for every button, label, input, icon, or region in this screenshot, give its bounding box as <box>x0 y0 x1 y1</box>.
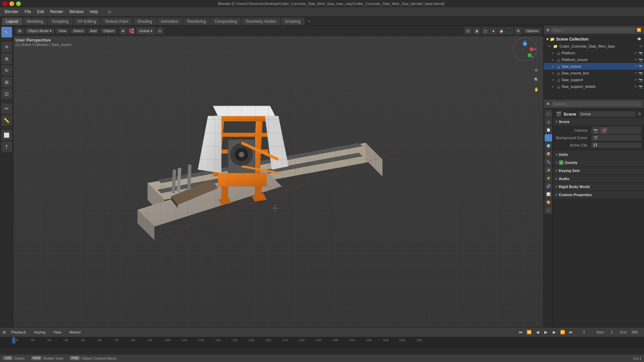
visibility-icon[interactable]: 👁 <box>634 51 638 55</box>
close-button[interactable] <box>3 1 7 6</box>
select-menu[interactable]: Select <box>70 28 86 34</box>
menu-edit[interactable]: Edit <box>35 9 47 15</box>
tool-add-cube[interactable]: ⬜ <box>1 130 12 140</box>
viewport[interactable]: ⊞ Object Mode ▾ View Select Add Object ⊕… <box>13 25 543 327</box>
scene-section-header[interactable]: ▾ Scene <box>553 118 644 125</box>
window-controls[interactable] <box>3 1 21 6</box>
solid-shading[interactable]: ● <box>490 27 497 35</box>
tool-select[interactable]: ↖ <box>1 27 12 38</box>
tab-geometry-nodes[interactable]: Geometry Nodes <box>241 18 280 25</box>
menu-window[interactable]: Window <box>67 9 87 15</box>
end-frame-input[interactable]: 250 <box>628 329 641 335</box>
overlay-icon[interactable]: ⊡ <box>464 27 472 35</box>
data-tab[interactable]: 📊 <box>545 190 552 198</box>
prev-keyframe-btn[interactable]: ◀ <box>534 328 541 336</box>
scene-tab[interactable]: 🔷 <box>545 134 552 141</box>
render-tab[interactable]: 🎥 <box>545 110 552 117</box>
object-mode-menu[interactable]: Object Mode ▾ <box>25 28 54 34</box>
tab-rendering[interactable]: Rendering <box>183 18 210 25</box>
keying-menu[interactable]: Keying <box>32 329 48 335</box>
editor-type-menu[interactable]: ⊞ <box>15 28 24 34</box>
units-section-header[interactable]: ▸ Units <box>553 151 644 158</box>
visibility-icon[interactable]: 👁 <box>634 58 638 62</box>
current-frame-input[interactable]: 1 <box>577 329 591 335</box>
options-button[interactable]: Options <box>523 28 541 34</box>
list-item[interactable]: ▸ △ Platform_mount 👁 📷 <box>544 56 644 63</box>
modifier-tab[interactable]: 🔧 <box>545 158 552 166</box>
scene-options-icon[interactable]: ⚙ <box>638 112 641 116</box>
prev-frame-btn[interactable]: ⏪ <box>525 328 533 336</box>
list-item[interactable]: ▸ △ Saw_mount 👁 📷 <box>544 63 644 70</box>
gizmo-circle[interactable]: Z Y X <box>513 38 537 61</box>
material-shading[interactable]: ◕ <box>498 27 505 35</box>
physics-tab[interactable]: ⚡ <box>545 174 552 182</box>
view-menu[interactable]: View <box>56 28 69 34</box>
view-menu-tl[interactable]: View <box>51 329 64 335</box>
list-item[interactable]: ▸ △ Platform 👁 📷 <box>544 50 644 56</box>
object-tab[interactable]: 📦 <box>545 150 552 158</box>
tool-transform[interactable]: ⊡ <box>1 88 12 99</box>
list-item[interactable]: ▸ △ Saw_support 👁 📷 <box>544 76 644 83</box>
world-tab[interactable]: 🌍 <box>545 142 552 149</box>
tool-cursor[interactable]: ✛ <box>1 42 12 52</box>
tab-sculpting[interactable]: Sculpting <box>48 18 72 25</box>
expand-icon[interactable]: ▸ <box>552 58 556 61</box>
render-icon[interactable]: 📷 <box>639 71 643 75</box>
misc-icon-1[interactable]: ⚙ <box>515 27 522 35</box>
visibility-icon[interactable]: 👁 <box>634 71 638 75</box>
custom-props-header[interactable]: ▸ Custom Properties <box>553 191 644 198</box>
visibility-icon[interactable]: 👁 <box>634 78 638 82</box>
tool-move[interactable]: ⊕ <box>1 53 12 64</box>
pan-btn[interactable]: ✋ <box>532 85 541 94</box>
menu-blender[interactable]: Blender <box>2 9 21 15</box>
outliner-search-input[interactable] <box>551 27 635 33</box>
gravity-header[interactable]: ▾ ✓ Gravity <box>553 159 644 166</box>
tab-compositing[interactable]: Compositing <box>211 18 241 25</box>
visibility-icon[interactable]: 👁 <box>634 65 638 68</box>
add-menu[interactable]: Add <box>88 28 100 34</box>
menu-render[interactable]: Render <box>47 9 66 15</box>
object-menu[interactable]: Object <box>101 28 117 34</box>
tool-scale[interactable]: ⊞ <box>1 77 12 87</box>
zoom-to-fit-btn[interactable]: ⊙ <box>532 66 541 74</box>
view-layer-tab[interactable]: 📋 <box>545 126 552 133</box>
render-icon[interactable]: 📷 <box>639 85 643 88</box>
tab-animation[interactable]: Animation <box>157 18 182 25</box>
expand-icon[interactable]: ▸ <box>552 65 556 68</box>
menu-help[interactable]: Help <box>87 9 101 15</box>
transform-orientation[interactable]: Global ▾ <box>136 27 155 35</box>
audio-header[interactable]: ▸ Audio <box>553 175 644 182</box>
play-btn[interactable]: ▶ <box>542 328 549 336</box>
tab-shading[interactable]: Shading <box>133 18 156 25</box>
expand-icon[interactable]: ▾ <box>548 45 552 48</box>
output-tab[interactable]: 🖨 <box>545 118 552 125</box>
keying-sets-header[interactable]: ▸ Keying Sets <box>553 167 644 174</box>
tool-rotate[interactable]: ↻ <box>1 65 12 76</box>
properties-search-input[interactable] <box>551 101 641 107</box>
record-button[interactable] <box>88 330 92 335</box>
rigid-body-header[interactable]: ▸ Rigid Body World <box>553 183 644 190</box>
expand-icon[interactable]: ▸ <box>552 85 556 88</box>
particles-tab[interactable]: ✨ <box>545 166 552 174</box>
navigation-gizmo[interactable]: Z Y X <box>513 38 540 64</box>
rendered-shading[interactable]: 🌑 <box>506 27 513 35</box>
tool-measure[interactable]: 📏 <box>1 115 12 126</box>
collection-visibility[interactable]: 👁 <box>637 37 641 42</box>
timeline-bar[interactable] <box>0 344 644 349</box>
proportional-editing-icon[interactable]: ⊙ <box>156 27 164 35</box>
tab-uv-editing[interactable]: UV Editing <box>73 18 100 25</box>
collection-expand-icon[interactable]: ▾ <box>546 37 548 42</box>
render-icon[interactable]: 📷 <box>639 78 643 82</box>
visibility-icon[interactable]: 👁 <box>634 85 638 88</box>
next-keyframe-btn[interactable]: ▶ <box>550 328 558 336</box>
tab-modeling[interactable]: Modeling <box>23 18 47 25</box>
expand-icon[interactable]: ▸ <box>552 78 556 81</box>
active-clip-value[interactable]: 🎞 <box>591 142 641 148</box>
expand-icon[interactable]: ▸ <box>552 51 556 55</box>
start-frame-input[interactable]: 1 <box>605 329 619 335</box>
tool-annotate[interactable]: ✏ <box>1 103 12 114</box>
constraints-tab[interactable]: 🔗 <box>545 182 552 190</box>
tool-add-text[interactable]: T <box>1 141 12 152</box>
menu-file[interactable]: File <box>22 9 34 15</box>
outliner-filter-icon[interactable]: 🔽 <box>637 28 641 32</box>
